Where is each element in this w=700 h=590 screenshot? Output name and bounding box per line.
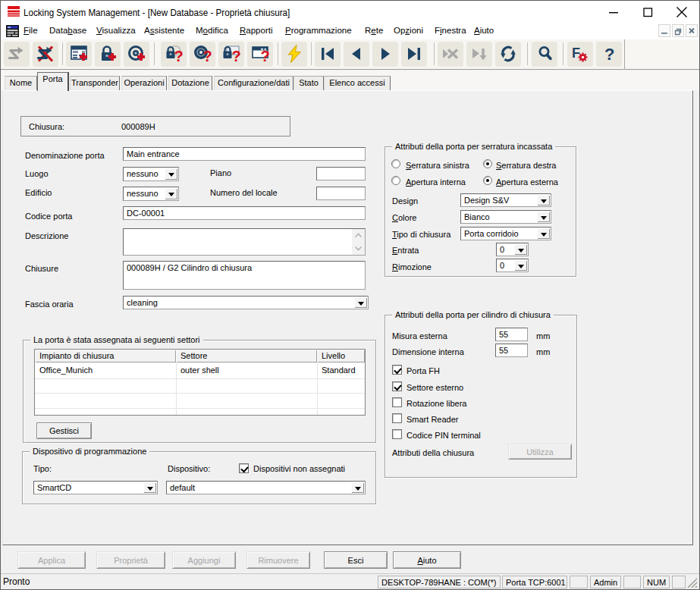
svg-text:?: ? [174, 48, 184, 63]
svg-text:F: F [572, 46, 580, 61]
svg-text:?: ? [203, 48, 212, 63]
svg-text:?: ? [261, 48, 270, 63]
svg-text:?: ? [604, 45, 614, 63]
svg-text:?: ? [232, 48, 241, 63]
